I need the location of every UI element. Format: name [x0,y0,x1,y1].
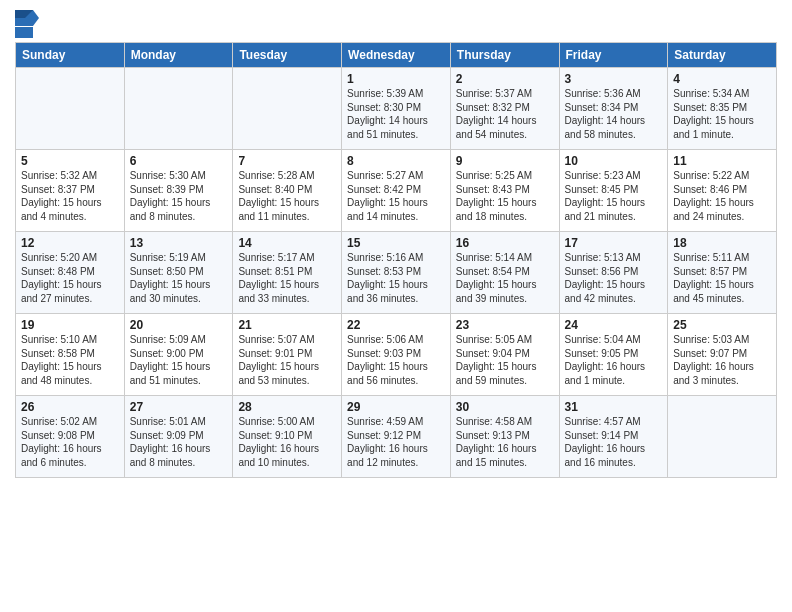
day-info: Sunrise: 5:17 AM Sunset: 8:51 PM Dayligh… [238,251,336,305]
day-number: 28 [238,400,336,414]
svg-rect-2 [15,27,33,38]
day-number: 17 [565,236,663,250]
calendar-cell: 24Sunrise: 5:04 AM Sunset: 9:05 PM Dayli… [559,314,668,396]
weekday-tuesday: Tuesday [233,43,342,68]
calendar-cell: 11Sunrise: 5:22 AM Sunset: 8:46 PM Dayli… [668,150,777,232]
day-number: 11 [673,154,771,168]
calendar-cell: 9Sunrise: 5:25 AM Sunset: 8:43 PM Daylig… [450,150,559,232]
day-info: Sunrise: 5:01 AM Sunset: 9:09 PM Dayligh… [130,415,228,469]
calendar-cell: 13Sunrise: 5:19 AM Sunset: 8:50 PM Dayli… [124,232,233,314]
weekday-monday: Monday [124,43,233,68]
day-info: Sunrise: 5:39 AM Sunset: 8:30 PM Dayligh… [347,87,445,141]
day-info: Sunrise: 5:11 AM Sunset: 8:57 PM Dayligh… [673,251,771,305]
day-number: 20 [130,318,228,332]
calendar-cell: 28Sunrise: 5:00 AM Sunset: 9:10 PM Dayli… [233,396,342,478]
header [15,10,777,38]
calendar-cell: 1Sunrise: 5:39 AM Sunset: 8:30 PM Daylig… [342,68,451,150]
calendar-cell: 26Sunrise: 5:02 AM Sunset: 9:08 PM Dayli… [16,396,125,478]
calendar-cell: 18Sunrise: 5:11 AM Sunset: 8:57 PM Dayli… [668,232,777,314]
day-info: Sunrise: 5:16 AM Sunset: 8:53 PM Dayligh… [347,251,445,305]
week-row-1: 5Sunrise: 5:32 AM Sunset: 8:37 PM Daylig… [16,150,777,232]
calendar-cell: 12Sunrise: 5:20 AM Sunset: 8:48 PM Dayli… [16,232,125,314]
logo-icon [15,10,39,38]
calendar-cell: 2Sunrise: 5:37 AM Sunset: 8:32 PM Daylig… [450,68,559,150]
day-number: 18 [673,236,771,250]
calendar-cell: 8Sunrise: 5:27 AM Sunset: 8:42 PM Daylig… [342,150,451,232]
day-number: 30 [456,400,554,414]
page: SundayMondayTuesdayWednesdayThursdayFrid… [0,0,792,488]
day-number: 7 [238,154,336,168]
calendar-cell: 30Sunrise: 4:58 AM Sunset: 9:13 PM Dayli… [450,396,559,478]
day-number: 24 [565,318,663,332]
calendar-cell: 27Sunrise: 5:01 AM Sunset: 9:09 PM Dayli… [124,396,233,478]
day-info: Sunrise: 5:13 AM Sunset: 8:56 PM Dayligh… [565,251,663,305]
calendar-cell: 4Sunrise: 5:34 AM Sunset: 8:35 PM Daylig… [668,68,777,150]
calendar-cell [233,68,342,150]
calendar-cell: 19Sunrise: 5:10 AM Sunset: 8:58 PM Dayli… [16,314,125,396]
day-info: Sunrise: 5:09 AM Sunset: 9:00 PM Dayligh… [130,333,228,387]
day-number: 12 [21,236,119,250]
day-info: Sunrise: 5:25 AM Sunset: 8:43 PM Dayligh… [456,169,554,223]
day-number: 15 [347,236,445,250]
week-row-0: 1Sunrise: 5:39 AM Sunset: 8:30 PM Daylig… [16,68,777,150]
day-info: Sunrise: 4:58 AM Sunset: 9:13 PM Dayligh… [456,415,554,469]
day-info: Sunrise: 5:27 AM Sunset: 8:42 PM Dayligh… [347,169,445,223]
day-number: 1 [347,72,445,86]
day-info: Sunrise: 5:28 AM Sunset: 8:40 PM Dayligh… [238,169,336,223]
day-info: Sunrise: 5:37 AM Sunset: 8:32 PM Dayligh… [456,87,554,141]
calendar-cell [668,396,777,478]
day-info: Sunrise: 5:02 AM Sunset: 9:08 PM Dayligh… [21,415,119,469]
calendar-cell: 29Sunrise: 4:59 AM Sunset: 9:12 PM Dayli… [342,396,451,478]
day-info: Sunrise: 5:19 AM Sunset: 8:50 PM Dayligh… [130,251,228,305]
week-row-2: 12Sunrise: 5:20 AM Sunset: 8:48 PM Dayli… [16,232,777,314]
day-info: Sunrise: 5:22 AM Sunset: 8:46 PM Dayligh… [673,169,771,223]
day-info: Sunrise: 4:59 AM Sunset: 9:12 PM Dayligh… [347,415,445,469]
day-info: Sunrise: 5:32 AM Sunset: 8:37 PM Dayligh… [21,169,119,223]
day-info: Sunrise: 5:05 AM Sunset: 9:04 PM Dayligh… [456,333,554,387]
weekday-wednesday: Wednesday [342,43,451,68]
weekday-sunday: Sunday [16,43,125,68]
day-info: Sunrise: 5:06 AM Sunset: 9:03 PM Dayligh… [347,333,445,387]
day-number: 10 [565,154,663,168]
day-number: 2 [456,72,554,86]
calendar-cell: 22Sunrise: 5:06 AM Sunset: 9:03 PM Dayli… [342,314,451,396]
day-info: Sunrise: 4:57 AM Sunset: 9:14 PM Dayligh… [565,415,663,469]
day-info: Sunrise: 5:07 AM Sunset: 9:01 PM Dayligh… [238,333,336,387]
day-number: 27 [130,400,228,414]
day-number: 16 [456,236,554,250]
calendar-cell: 25Sunrise: 5:03 AM Sunset: 9:07 PM Dayli… [668,314,777,396]
weekday-friday: Friday [559,43,668,68]
day-number: 9 [456,154,554,168]
day-number: 6 [130,154,228,168]
day-info: Sunrise: 5:34 AM Sunset: 8:35 PM Dayligh… [673,87,771,141]
day-info: Sunrise: 5:36 AM Sunset: 8:34 PM Dayligh… [565,87,663,141]
day-number: 5 [21,154,119,168]
day-info: Sunrise: 5:10 AM Sunset: 8:58 PM Dayligh… [21,333,119,387]
week-row-4: 26Sunrise: 5:02 AM Sunset: 9:08 PM Dayli… [16,396,777,478]
calendar-cell: 20Sunrise: 5:09 AM Sunset: 9:00 PM Dayli… [124,314,233,396]
calendar-cell: 7Sunrise: 5:28 AM Sunset: 8:40 PM Daylig… [233,150,342,232]
day-info: Sunrise: 5:03 AM Sunset: 9:07 PM Dayligh… [673,333,771,387]
day-info: Sunrise: 5:04 AM Sunset: 9:05 PM Dayligh… [565,333,663,387]
day-number: 3 [565,72,663,86]
day-info: Sunrise: 5:23 AM Sunset: 8:45 PM Dayligh… [565,169,663,223]
calendar-cell: 17Sunrise: 5:13 AM Sunset: 8:56 PM Dayli… [559,232,668,314]
day-number: 31 [565,400,663,414]
day-number: 26 [21,400,119,414]
day-number: 22 [347,318,445,332]
calendar-cell: 14Sunrise: 5:17 AM Sunset: 8:51 PM Dayli… [233,232,342,314]
calendar-cell: 21Sunrise: 5:07 AM Sunset: 9:01 PM Dayli… [233,314,342,396]
day-number: 19 [21,318,119,332]
calendar-cell: 6Sunrise: 5:30 AM Sunset: 8:39 PM Daylig… [124,150,233,232]
day-number: 25 [673,318,771,332]
logo [15,10,43,38]
day-number: 29 [347,400,445,414]
day-number: 21 [238,318,336,332]
calendar-cell: 16Sunrise: 5:14 AM Sunset: 8:54 PM Dayli… [450,232,559,314]
weekday-header-row: SundayMondayTuesdayWednesdayThursdayFrid… [16,43,777,68]
calendar-cell: 23Sunrise: 5:05 AM Sunset: 9:04 PM Dayli… [450,314,559,396]
calendar-cell [124,68,233,150]
calendar-cell: 31Sunrise: 4:57 AM Sunset: 9:14 PM Dayli… [559,396,668,478]
day-info: Sunrise: 5:20 AM Sunset: 8:48 PM Dayligh… [21,251,119,305]
calendar-table: SundayMondayTuesdayWednesdayThursdayFrid… [15,42,777,478]
